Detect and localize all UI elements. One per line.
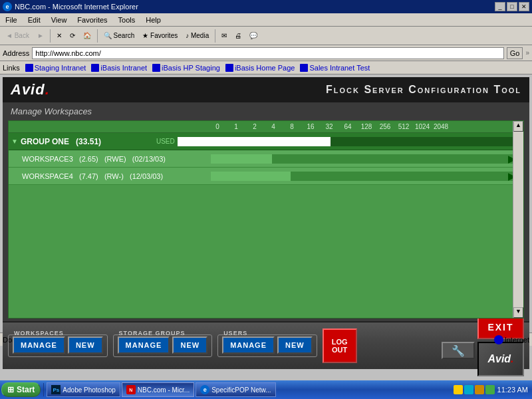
col-256: 256 bbox=[376, 123, 394, 130]
col-1: 1 bbox=[227, 123, 245, 130]
specificpop-label: SpecificPOP Netw... bbox=[211, 386, 271, 394]
users-manage-button[interactable]: MANAGE bbox=[222, 336, 275, 354]
group-used-label: USED bbox=[156, 138, 175, 145]
workspace4-bar-container: ▶ bbox=[211, 172, 518, 181]
vertical-scrollbar[interactable]: ▲ ▼ bbox=[513, 121, 523, 318]
link-sales-intranet[interactable]: Sales Intranet Test bbox=[300, 64, 370, 72]
print-button[interactable]: 🖨 bbox=[231, 29, 245, 43]
status-internet: Internet bbox=[494, 335, 529, 344]
menu-edit[interactable]: Edit bbox=[25, 15, 43, 25]
avid-app: Avid. Flock Server Configuration Tool Ma… bbox=[3, 77, 529, 369]
storage-manage-button[interactable]: MANAGE bbox=[118, 336, 170, 354]
bottom-panel: WORKSPACES MANAGE NEW STORAGE GROUPS MAN… bbox=[3, 321, 529, 369]
workspace3-row[interactable]: WORKSPACE3 (2.65) (RWE) (02/13/03) ▶ bbox=[9, 150, 523, 168]
stop-button[interactable]: ✕ bbox=[53, 29, 65, 43]
group-triangle: ▼ bbox=[11, 138, 18, 145]
links-label: Links bbox=[3, 64, 20, 72]
log-out-button[interactable]: LOGOUT bbox=[323, 329, 357, 363]
tools-button-1[interactable]: 🔧 bbox=[442, 342, 475, 359]
workspace4-row[interactable]: WORKSPACE4 (7.47) (RW-) (12/03/03) ▶ bbox=[9, 168, 523, 185]
workspace3-bar bbox=[211, 154, 272, 164]
discuss-button[interactable]: 💬 bbox=[246, 29, 261, 43]
forward-button[interactable]: ► bbox=[34, 29, 47, 43]
col-64: 64 bbox=[338, 123, 357, 130]
home-button[interactable]: 🏠 bbox=[80, 29, 94, 43]
workspace3-name: WORKSPACE3 (2.65) (RWE) (02/13/03) bbox=[22, 155, 208, 163]
close-button[interactable]: ✕ bbox=[519, 2, 529, 11]
link-icon-1 bbox=[25, 64, 33, 72]
links-bar: Links Staging Intranet iBasis Intranet i… bbox=[0, 61, 532, 74]
col-1024: 1024 bbox=[413, 123, 432, 130]
specificpop-icon: e bbox=[200, 385, 209, 394]
menu-help[interactable]: Help bbox=[143, 15, 164, 25]
avid-main: Manage Workspaces 0 1 2 4 8 16 32 64 128… bbox=[3, 102, 529, 369]
window-controls: _ □ ✕ bbox=[495, 2, 529, 11]
avid-header: Avid. Flock Server Configuration Tool bbox=[3, 77, 529, 102]
users-new-button[interactable]: NEW bbox=[277, 336, 313, 354]
storage-groups-label: STORAGE GROUPS bbox=[118, 330, 187, 336]
workspace4-name: WORKSPACE4 (7.47) (RW-) (12/03/03) bbox=[22, 172, 208, 180]
go-button[interactable]: Go bbox=[507, 47, 523, 59]
system-tray bbox=[454, 385, 495, 394]
menu-view[interactable]: View bbox=[49, 15, 70, 25]
link-icon-3 bbox=[152, 64, 160, 72]
maximize-button[interactable]: □ bbox=[507, 2, 517, 11]
workspaces-new-button[interactable]: NEW bbox=[68, 336, 103, 354]
minimize-button[interactable]: _ bbox=[495, 2, 505, 11]
col-4: 4 bbox=[264, 123, 283, 130]
toolbar-separator-3 bbox=[215, 29, 215, 43]
start-icon: ⊞ bbox=[7, 385, 14, 394]
avid-app-title: Flock Server Configuration Tool bbox=[326, 84, 521, 96]
menu-file[interactable]: File bbox=[3, 15, 20, 25]
refresh-button[interactable]: ⟳ bbox=[66, 29, 78, 43]
scroll-up-button[interactable]: ▲ bbox=[513, 121, 523, 132]
address-bar: Address Go » bbox=[0, 45, 532, 61]
grid-empty-area bbox=[9, 185, 523, 318]
menu-favorites[interactable]: Favorites bbox=[74, 15, 110, 25]
tray-icon-3 bbox=[475, 385, 484, 394]
storage-groups-group: STORAGE GROUPS MANAGE NEW bbox=[113, 334, 213, 357]
avid-logo-panel: Avid. bbox=[477, 342, 524, 376]
group-bar-container bbox=[178, 137, 518, 146]
taskbar-btn-photoshop[interactable]: Ps Adobe Photoshop bbox=[47, 382, 120, 397]
scroll-down-button[interactable]: ▼ bbox=[513, 307, 523, 318]
favorites-button[interactable]: ★ Favorites bbox=[139, 29, 181, 43]
group-bar bbox=[178, 137, 331, 146]
link-icon-4 bbox=[225, 64, 233, 72]
browser-content: Avid. Flock Server Configuration Tool Ma… bbox=[0, 74, 532, 332]
back-button[interactable]: ◄ Back bbox=[3, 29, 33, 43]
search-button[interactable]: 🔍 Search bbox=[100, 29, 138, 43]
nbc-icon: N bbox=[126, 385, 136, 394]
menu-tools[interactable]: Tools bbox=[116, 15, 138, 25]
col-0: 0 bbox=[208, 123, 227, 130]
link-staging-intranet[interactable]: Staging Intranet bbox=[25, 64, 86, 72]
workspaces-manage-button[interactable]: MANAGE bbox=[13, 336, 65, 354]
link-icon-5 bbox=[300, 64, 308, 72]
start-button[interactable]: ⊞ Start bbox=[1, 382, 41, 397]
tray-icon-4 bbox=[485, 385, 495, 394]
taskbar-right: 11:23 AM bbox=[454, 385, 531, 394]
address-input[interactable] bbox=[32, 47, 503, 59]
ie-icon: e bbox=[3, 2, 12, 11]
photoshop-icon: Ps bbox=[51, 385, 61, 394]
taskbar-btn-specificpop[interactable]: e SpecificPOP Netw... bbox=[196, 382, 275, 397]
nbc-label: NBC.com - Micr... bbox=[138, 386, 190, 394]
link-icon-2 bbox=[91, 64, 99, 72]
mail-button[interactable]: ✉ bbox=[218, 29, 230, 43]
group-one-row[interactable]: ▼ GROUP ONE (33.51) USED bbox=[9, 133, 523, 150]
grid-header: 0 1 2 4 8 16 32 64 128 256 512 1024 2048 bbox=[9, 121, 523, 133]
storage-new-button[interactable]: NEW bbox=[172, 336, 207, 354]
workspaces-group: WORKSPACES MANAGE NEW bbox=[8, 334, 108, 357]
link-ibasis-home[interactable]: iBasis Home Page bbox=[225, 64, 295, 72]
link-ibasis-hp-staging[interactable]: iBasis HP Staging bbox=[152, 64, 220, 72]
status-right: Internet bbox=[494, 335, 529, 344]
col-8: 8 bbox=[283, 123, 301, 130]
media-button[interactable]: ♪ Media bbox=[182, 29, 212, 43]
link-ibasis-intranet[interactable]: iBasis Intranet bbox=[91, 64, 147, 72]
users-group-label: USERS bbox=[222, 330, 249, 336]
col-512: 512 bbox=[394, 123, 413, 130]
users-group: USERS MANAGE NEW bbox=[217, 334, 317, 357]
workspace-grid: 0 1 2 4 8 16 32 64 128 256 512 1024 2048… bbox=[8, 120, 524, 319]
taskbar-btn-nbc[interactable]: N NBC.com - Micr... bbox=[122, 382, 194, 397]
internet-icon bbox=[494, 335, 503, 344]
